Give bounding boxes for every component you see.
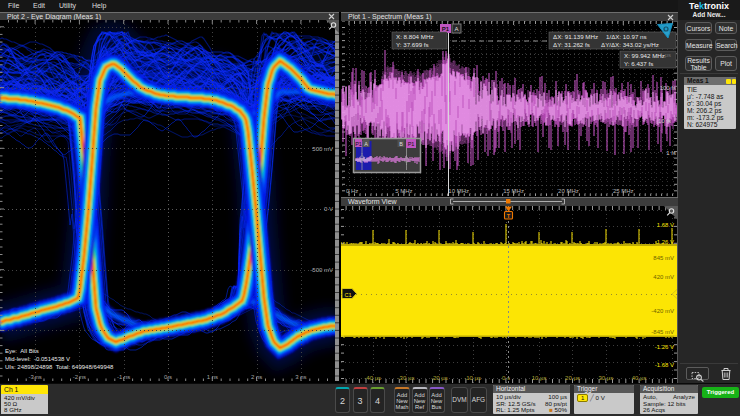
svg-text:1/ΔX: 10.97 ns: 1/ΔX: 10.97 ns [606, 33, 647, 40]
svg-text:-30 µs: -30 µs [398, 375, 415, 381]
svg-text:Eye: All Bits: Eye: All Bits [5, 348, 39, 354]
svg-text:-845 mV: -845 mV [651, 329, 674, 335]
svg-text:ΔY/ΔX: 343.02 ys/Hz: ΔY/ΔX: 343.02 ys/Hz [601, 41, 659, 48]
svg-text:UIs: 24898/24898 Total: 64994: UIs: 24898/24898 Total: 649948/649948 [5, 364, 114, 370]
svg-text:1.68 V: 1.68 V [657, 222, 674, 228]
svg-text:-40 µs: -40 µs [364, 375, 381, 381]
svg-text:15 MHz: 15 MHz [503, 188, 524, 194]
svg-text:420 mV: 420 mV [653, 274, 674, 280]
svg-text:ΔX: 91.139 MHz: ΔX: 91.139 MHz [553, 33, 598, 40]
svg-text:3 ns: 3 ns [295, 374, 306, 380]
svg-text:0 Hz: 0 Hz [346, 188, 358, 194]
svg-text:100 fs: 100 fs [660, 85, 676, 91]
svg-text:P1: P1 [442, 26, 450, 32]
svg-text:1 ns: 1 ns [207, 374, 218, 380]
svg-text:0 s: 0 s [164, 374, 172, 380]
svg-text:2 ns: 2 ns [251, 374, 262, 380]
svg-text:-2 ns: -2 ns [73, 374, 86, 380]
svg-text:845 mV: 845 mV [653, 255, 674, 261]
svg-text:10 fs: 10 fs [658, 118, 671, 124]
svg-text:0 V: 0 V [324, 206, 333, 212]
svg-text:B: B [399, 141, 403, 147]
svg-text:Y: 37.699 fs: Y: 37.699 fs [396, 41, 429, 48]
svg-text:-420 mV: -420 mV [651, 308, 674, 314]
svg-text:25 MHz: 25 MHz [613, 188, 634, 194]
svg-text:20 MHz: 20 MHz [558, 188, 579, 194]
svg-text:Y: 6.437 fs: Y: 6.437 fs [624, 60, 653, 67]
svg-text:-10 µs: -10 µs [464, 375, 481, 381]
svg-text:C1: C1 [344, 292, 351, 298]
svg-text:P1: P1 [408, 141, 415, 147]
svg-text:10 MHz: 10 MHz [448, 188, 469, 194]
svg-text:-20 µs: -20 µs [431, 375, 448, 381]
svg-text:1.26 V: 1.26 V [657, 239, 674, 245]
svg-text:P1: P1 [355, 141, 362, 147]
svg-text:500 mV: 500 mV [312, 146, 333, 152]
svg-text:1 fs: 1 fs [666, 150, 676, 156]
svg-text:-500 mV: -500 mV [310, 267, 333, 273]
svg-text:ΔY: 31.262 fs: ΔY: 31.262 fs [553, 41, 590, 48]
svg-text:5 MHz: 5 MHz [395, 188, 412, 194]
svg-text:-3 ns: -3 ns [28, 374, 41, 380]
svg-text:-1.26 V: -1.26 V [655, 344, 674, 350]
svg-text:-1.68 V: -1.68 V [655, 362, 674, 368]
svg-text:40 µs: 40 µs [632, 375, 647, 381]
svg-text:10 µs: 10 µs [532, 375, 547, 381]
svg-text:A: A [454, 26, 458, 32]
svg-text:Mid-level: -0.0514538 V: Mid-level: -0.0514538 V [5, 356, 70, 362]
svg-text:20 µs: 20 µs [565, 375, 580, 381]
svg-text:1 ps: 1 ps [660, 52, 671, 58]
svg-text:-1 ns: -1 ns [117, 374, 130, 380]
svg-text:30 µs: 30 µs [598, 375, 613, 381]
svg-text:X: 8.804 MHz: X: 8.804 MHz [396, 33, 434, 40]
svg-text:A: A [364, 141, 368, 147]
